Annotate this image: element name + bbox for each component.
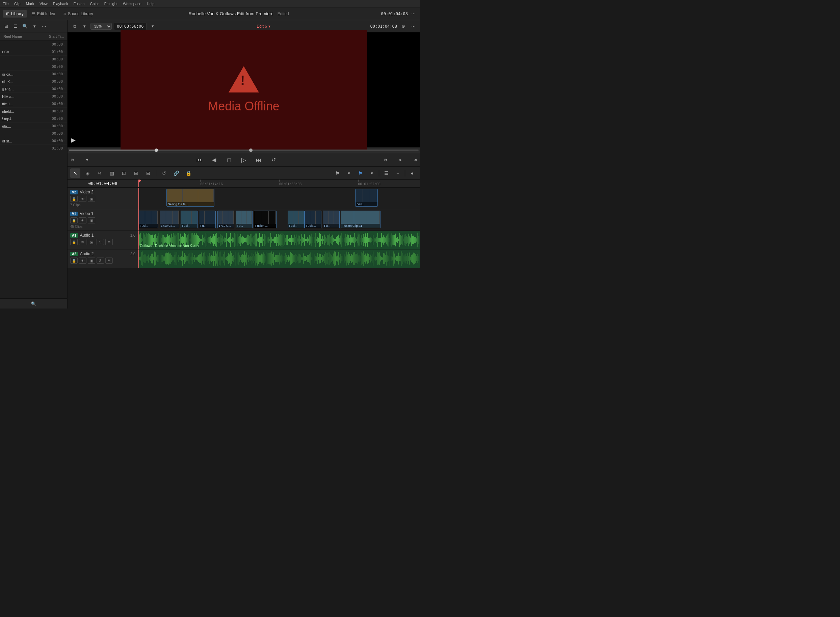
window-dropdown-btn[interactable]: ▾ <box>83 155 92 165</box>
clip-v1-1[interactable]: 1719 Co... <box>160 211 179 228</box>
trim3-btn[interactable]: ⊟ <box>143 168 153 178</box>
trim2-btn[interactable]: ⊞ <box>131 168 141 178</box>
go-to-end-btn[interactable]: ⏭ <box>254 155 263 165</box>
toolbar-more-btn[interactable]: ⋯ <box>409 10 417 18</box>
list-view-btn[interactable]: ☰ <box>12 22 19 30</box>
list-item[interactable]: 00:00: <box>0 130 67 137</box>
clip-v1-5[interactable]: Fu... <box>236 211 252 228</box>
clip-v2-1[interactable]: Ban... <box>355 189 378 207</box>
track-eye-btn-v1[interactable]: 👁 <box>79 217 86 223</box>
step-back-btn[interactable]: ◀ <box>209 155 219 165</box>
track-content-v1[interactable]: Fusi...1719 Co...Fusi...Fu...1719 C...Fu… <box>139 209 420 230</box>
trim-mode-btn[interactable]: ⊡ <box>119 168 129 178</box>
select-tool-btn[interactable]: ↖ <box>70 168 80 178</box>
ripple-tool-btn[interactable]: ◈ <box>83 168 93 178</box>
list-item[interactable]: 01:00: <box>0 145 67 152</box>
link-btn[interactable]: 🔗 <box>171 168 181 178</box>
clip-v1-6[interactable]: Fusion ... <box>254 211 276 228</box>
sound-library-tab[interactable]: ♫ Sound Library <box>60 10 97 18</box>
scrubber-track[interactable] <box>69 149 419 151</box>
menu-color[interactable]: Color <box>90 2 99 6</box>
list-item[interactable]: ttle 1... 00:00: <box>0 100 67 108</box>
track-mute-btn-a2[interactable]: M <box>105 258 113 264</box>
track-lock-btn-v2[interactable]: 🔒 <box>70 196 78 202</box>
track-content-a1[interactable]: Outlaws - Rochelle Vincente Von K.wav <box>139 231 420 249</box>
track-rect-btn-v2[interactable]: ▣ <box>88 196 95 202</box>
list-item[interactable]: of st... 00:00: <box>0 137 67 145</box>
window-fullscreen-btn[interactable]: ⧉ <box>68 155 77 165</box>
list-item[interactable]: or ca... 00:00: <box>0 71 67 78</box>
flag-dropdown-btn[interactable]: ▾ <box>344 168 354 178</box>
stacked-tracks-btn[interactable]: ☰ <box>381 168 391 178</box>
list-item[interactable]: nfield... 00:00: <box>0 108 67 115</box>
filter-dropdown-btn[interactable]: ▾ <box>30 22 38 30</box>
flag-btn[interactable]: ⚑ <box>332 168 342 178</box>
edit-badge[interactable]: Edit 6 ▾ <box>257 24 270 29</box>
grid-view-btn[interactable]: ⊞ <box>2 22 10 30</box>
list-item[interactable]: ela.... 00:00: <box>0 123 67 130</box>
list-item[interactable]: g Pla... 00:00: <box>0 86 67 93</box>
dot-btn[interactable]: ● <box>407 168 417 178</box>
preview-timecode[interactable]: 00:03:56:06 <box>114 23 146 30</box>
panel-more-btn[interactable]: ⋯ <box>40 22 48 30</box>
color-flag-btn[interactable]: ⚑ <box>355 168 365 178</box>
list-item[interactable]: 00:00: <box>0 63 67 71</box>
track-rect-btn-a1[interactable]: ▣ <box>88 239 95 245</box>
scrubber-marker[interactable] <box>249 149 252 152</box>
track-content-a2[interactable] <box>139 249 420 268</box>
menu-playback[interactable]: Playback <box>53 2 68 6</box>
track-solo-btn-a1[interactable]: S <box>97 239 104 245</box>
list-item[interactable]: rth K... 00:00: <box>0 78 67 86</box>
clip-v1-10[interactable]: Fusion Clip 24 <box>341 211 381 228</box>
clip-v2-0[interactable]: Selling the fe... <box>167 189 214 207</box>
snapping-btn[interactable]: ↺ <box>159 168 169 178</box>
lock-btn[interactable]: 🔒 <box>183 168 193 178</box>
track-eye-btn-v2[interactable]: 👁 <box>79 196 86 202</box>
play-btn[interactable]: ▷ <box>239 155 248 165</box>
edit-index-tab[interactable]: ☰ Edit Index <box>28 10 58 18</box>
track-lock-btn-v1[interactable]: 🔒 <box>70 217 78 223</box>
first-frame-btn[interactable]: ⊲ <box>410 155 420 165</box>
menu-fairlight[interactable]: Fairlight <box>104 2 118 6</box>
clip-v1-2[interactable]: Fusi... <box>181 211 198 228</box>
menu-mark[interactable]: Mark <box>26 2 34 6</box>
clip-v1-4[interactable]: 1719 C... <box>217 211 234 228</box>
stop-btn[interactable]: ◻ <box>224 155 234 165</box>
preview-window-btn[interactable]: ⧉ <box>70 22 78 30</box>
list-item[interactable]: 00:00: <box>0 41 67 48</box>
clip-v1-0[interactable]: Fusi... <box>139 211 158 228</box>
clip-v1-8[interactable]: Fusio... <box>304 211 322 228</box>
slip-tool-btn[interactable]: ⇔ <box>94 168 105 178</box>
left-panel-search[interactable]: 🔍 <box>0 298 67 308</box>
menu-view[interactable]: View <box>40 2 47 6</box>
zoom-select[interactable]: 35% 50% 75% 100% <box>90 23 112 30</box>
clip-v1-9[interactable]: Fu... <box>323 211 340 228</box>
track-rect-btn-a2[interactable]: ▣ <box>88 258 95 264</box>
track-rect-btn-v1[interactable]: ▣ <box>88 217 95 223</box>
track-lock-btn-a1[interactable]: 🔒 <box>70 239 78 245</box>
clip-v1-7[interactable]: Fusi... <box>288 211 304 228</box>
insert-tool-btn[interactable]: ▤ <box>107 168 117 178</box>
menu-fusion[interactable]: Fusion <box>73 2 84 6</box>
menu-clip[interactable]: Clip <box>14 2 21 6</box>
pip-btn[interactable]: ⧉ <box>381 155 390 165</box>
preview-window-dropdown[interactable]: ▾ <box>80 22 89 30</box>
track-solo-btn-a2[interactable]: S <box>97 258 104 264</box>
color-dropdown-btn[interactable]: ▾ <box>367 168 377 178</box>
library-tab[interactable]: ⊞ Library <box>3 10 27 18</box>
preview-forward-btn[interactable]: ▶ <box>71 136 75 144</box>
track-mute-btn-a1[interactable]: M <box>105 239 113 245</box>
loop-btn[interactable]: ↺ <box>269 155 278 165</box>
list-item[interactable]: HIV a... 00:00: <box>0 93 67 100</box>
track-lock-btn-a2[interactable]: 🔒 <box>70 258 78 264</box>
track-eye-btn-a2[interactable]: 👁 <box>79 258 86 264</box>
next-clip-btn[interactable]: ⊳ <box>396 155 405 165</box>
clip-v1-3[interactable]: Fu... <box>199 211 216 228</box>
search-btn[interactable]: 🔍 <box>21 22 29 30</box>
list-item[interactable]: !.mp4 00:00: <box>0 115 67 123</box>
track-eye-btn-a1[interactable]: 👁 <box>79 239 86 245</box>
go-to-start-btn[interactable]: ⏮ <box>195 155 204 165</box>
menu-help[interactable]: Help <box>147 2 155 6</box>
list-item[interactable]: 00:00: <box>0 56 67 63</box>
color-wheel-btn[interactable]: ⊕ <box>399 22 407 30</box>
